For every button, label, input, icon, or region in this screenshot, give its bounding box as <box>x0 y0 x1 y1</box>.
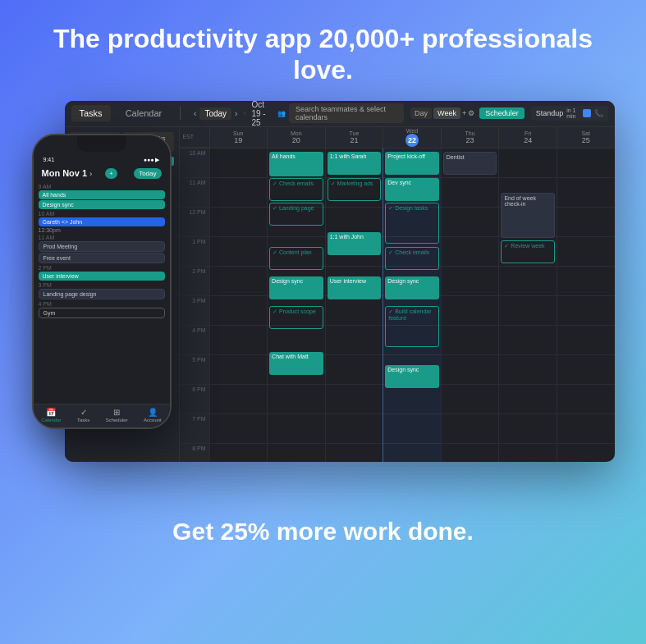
event-product-scope[interactable]: ✓ Product scope <box>269 306 323 329</box>
event-1on1-sarah[interactable]: 1:1 with Sarah <box>328 152 382 175</box>
event-marketing-ads[interactable]: ✓ Marketing ads <box>328 178 382 201</box>
phone-event-prod[interactable]: Prod Meeting <box>39 241 165 252</box>
cal-header-sun: Sun 19 <box>209 127 268 148</box>
event-eow-checkin[interactable]: End of week check-in <box>501 193 555 238</box>
cal-header-mon: Mon 20 <box>267 127 325 148</box>
nav-left[interactable]: ‹ <box>194 109 196 118</box>
event-user-interview[interactable]: User interview <box>328 276 382 299</box>
tab-tasks[interactable]: Tasks <box>71 105 111 121</box>
phone-event-design-sync[interactable]: Design sync <box>39 200 165 209</box>
cell <box>210 148 268 178</box>
bottom-text: Get 25% more work done. <box>140 503 506 554</box>
video-icon[interactable] <box>583 109 590 117</box>
day-col-mon: All hands ✓ Check emails ✓ Landing page … <box>267 148 325 462</box>
cal-scroll-body[interactable]: 10 AM 11 AM 12 PM 1 PM 2 PM 3 PM 4 PM 5 … <box>180 148 615 462</box>
event-design-sync-wed2[interactable]: Design sync <box>385 365 439 388</box>
time-4pm: 4 PM <box>180 326 209 355</box>
phone-notch <box>77 135 126 152</box>
search-bar[interactable]: Search teammates & select calendars <box>289 103 404 123</box>
calendar-grid: EST Sun 19 Mon 20 Tue 21 Wed <box>180 127 615 462</box>
phone-signal: ●●● ▶ <box>144 157 160 163</box>
phone-event-free[interactable]: Free event <box>39 253 165 263</box>
phone-status-bar: 9:41 ●●● ▶ <box>34 155 170 165</box>
header-nav: ‹ Today › › Oct 19 - 25 <box>194 101 271 127</box>
day-col-wed: Project kick-off Dev sync ✓ Design tasks… <box>383 148 441 462</box>
cal-header-sat: Sat 25 <box>557 127 615 148</box>
time-8pm: 8 PM <box>180 444 209 462</box>
event-design-sync-wed[interactable]: Design sync <box>385 276 439 299</box>
phone-event-time: 12:30pm <box>34 227 170 233</box>
event-design-sync-mon[interactable]: Design sync <box>269 276 323 299</box>
phone-today-btn[interactable]: Today <box>134 168 161 179</box>
cal-header-wed: Wed 22 <box>383 127 441 148</box>
event-check-emails[interactable]: ✓ Check emails <box>269 178 323 201</box>
day-col-sun <box>209 148 268 462</box>
phone-event-gym[interactable]: Gym <box>39 308 165 318</box>
scheduler-icon: ⊞ <box>113 408 120 417</box>
cal-header-fri: Fri 24 <box>498 127 557 148</box>
footer-calendar[interactable]: 📅 Calendar <box>41 408 61 422</box>
app-header: Tasks Calendar ‹ Today › › Oct 19 - 25 👥… <box>65 101 615 127</box>
event-1on1-john[interactable]: 1:1 with John <box>328 232 382 255</box>
phone-event-all-hands[interactable]: All hands <box>39 190 165 199</box>
event-content-plan[interactable]: ✓ Content plan <box>269 247 323 270</box>
headline: The productivity app 20,000+ professiona… <box>0 0 646 101</box>
footer-tasks[interactable]: ✓ Tasks <box>77 408 89 422</box>
day-col-fri: End of week check-in ✓ Review week <box>498 148 557 462</box>
view-day[interactable]: Day <box>410 107 432 119</box>
phone-add-btn[interactable]: + <box>105 168 117 179</box>
event-chat-matt[interactable]: Chat with Matt <box>269 352 323 375</box>
phone-events-list: 9 AM All hands Design sync 10 AM Gareth … <box>34 182 170 352</box>
account-icon: 👤 <box>148 408 158 417</box>
day-col-thu: Dentist <box>441 148 499 462</box>
time-10am: 10 AM <box>180 148 209 178</box>
event-project-kickoff[interactable]: Project kick-off <box>385 152 439 175</box>
phone-header: Mon Nov 1 › + Today <box>34 165 170 182</box>
app-container: Tasks Calendar ‹ Today › › Oct 19 - 25 👥… <box>32 101 615 503</box>
time-6pm: 6 PM <box>180 385 209 414</box>
scheduler-button[interactable]: Scheduler <box>479 107 525 119</box>
standup-label: Standup <box>536 109 564 117</box>
phone-event-user-interview[interactable]: User interview <box>39 272 165 281</box>
time-7pm: 7 PM <box>180 414 209 444</box>
footer-scheduler-label: Scheduler <box>106 418 128 422</box>
time-2pm: 2 PM <box>180 267 209 296</box>
date-range: Oct 19 - 25 <box>251 101 271 127</box>
phone-time: 9:41 <box>44 157 55 163</box>
tab-calendar[interactable]: Calendar <box>117 105 171 121</box>
nav-right[interactable]: › <box>235 109 237 118</box>
cal-header-thu: Thu 23 <box>441 127 499 148</box>
phone-footer: 📅 Calendar ✓ Tasks ⊞ Scheduler 👤 Account <box>34 404 170 427</box>
est-label: EST <box>180 127 209 148</box>
time-11am: 11 AM <box>180 178 209 208</box>
day-col-tue: 1:1 with Sarah ✓ Marketing ads 1:1 with … <box>325 148 383 462</box>
tasks-icon: ✓ <box>80 408 87 417</box>
event-dev-sync[interactable]: Dev sync <box>385 178 439 201</box>
phone-date: Mon Nov 1 › <box>42 168 93 178</box>
footer-account-label: Account <box>144 418 162 422</box>
today-button[interactable]: Today <box>199 107 231 120</box>
time-12pm: 12 PM <box>180 208 209 237</box>
time-3pm: 3 PM <box>180 296 209 326</box>
event-design-tasks[interactable]: ✓ Design tasks <box>385 203 439 244</box>
event-review-week[interactable]: ✓ Review week <box>501 240 555 263</box>
event-landing-page[interactable]: ✓ Landing page <box>269 203 323 226</box>
time-5pm: 5 PM <box>180 355 209 385</box>
footer-tasks-label: Tasks <box>77 418 89 422</box>
footer-scheduler[interactable]: ⊞ Scheduler <box>106 408 128 422</box>
phone-event-landing[interactable]: Landing page design <box>39 289 165 299</box>
footer-calendar-label: Calendar <box>41 418 61 422</box>
event-dentist[interactable]: Dentist <box>443 152 497 175</box>
time-column: 10 AM 11 AM 12 PM 1 PM 2 PM 3 PM 4 PM 5 … <box>180 148 209 462</box>
event-build-calendar[interactable]: ✓ Build calendar feature <box>385 306 439 347</box>
time-1pm: 1 PM <box>180 237 209 267</box>
calendar-icon: 📅 <box>46 408 56 417</box>
view-week[interactable]: Week <box>433 107 460 119</box>
event-check-emails-wed[interactable]: ✓ Check emails <box>385 247 439 270</box>
phone-event-gareth[interactable]: Gareth <> John <box>39 217 165 226</box>
footer-account[interactable]: 👤 Account <box>144 408 162 422</box>
header-middle: 👥 Search teammates & select calendars <box>277 103 404 123</box>
phone-mockup: 9:41 ●●● ▶ Mon Nov 1 › + Today 9 AM All … <box>32 134 172 429</box>
event-all-hands[interactable]: All hands <box>269 152 323 176</box>
calendar-header: EST Sun 19 Mon 20 Tue 21 Wed <box>180 127 615 148</box>
